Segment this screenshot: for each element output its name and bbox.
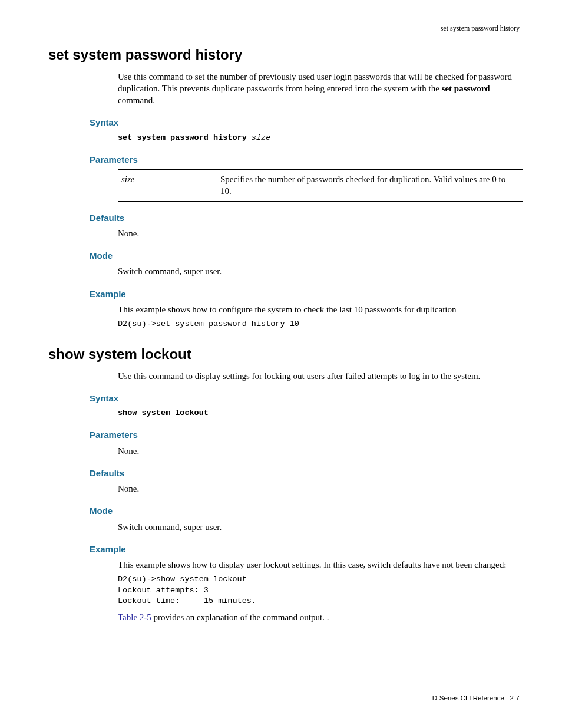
output-text-rest: provides an explanation of the command o… (151, 612, 329, 622)
heading-syntax-1: Syntax (90, 117, 520, 129)
top-rule (48, 37, 520, 37)
intro-paragraph-1: Use this command to set the number of pr… (118, 71, 520, 107)
heading-example-1: Example (90, 288, 520, 300)
footer-book: D-Series CLI Reference (432, 694, 504, 701)
param-desc: Specifies the number of passwords checke… (220, 170, 523, 202)
syntax-cmd: set system password history (118, 133, 252, 142)
defaults-value-2: None. (118, 483, 520, 495)
intro-bold-cmd: set password (442, 84, 490, 93)
mode-value-1: Switch command, super user. (118, 265, 520, 277)
syntax-block-1: set system password history size (118, 133, 520, 143)
section-title-show-lockout: show system lockout (48, 345, 520, 364)
heading-defaults-1: Defaults (90, 212, 520, 224)
parameters-table: size Specifies the number of passwords c… (118, 169, 523, 202)
defaults-value-1: None. (118, 228, 520, 239)
heading-example-2: Example (90, 543, 520, 555)
param-name: size (118, 170, 220, 202)
example-text-2: This example shows how to display user l… (118, 559, 520, 571)
syntax-block-2: show system lockout (118, 408, 520, 419)
heading-defaults-2: Defaults (90, 467, 520, 479)
heading-parameters-2: Parameters (90, 429, 520, 441)
mode-value-2: Switch command, super user. (118, 521, 520, 533)
intro-paragraph-2: Use this command to display settings for… (118, 370, 520, 382)
example-code-1: D2(su)->set system password history 10 (118, 319, 520, 330)
example-text-1: This example shows how to configure the … (118, 304, 520, 315)
heading-mode-2: Mode (90, 505, 520, 517)
section-title-set-password-history: set system password history (48, 45, 520, 64)
parameters-value-2: None. (118, 445, 520, 457)
heading-mode-1: Mode (90, 250, 520, 262)
footer-page: 2-7 (510, 694, 520, 701)
table-xref-link[interactable]: Table 2-5 (118, 612, 151, 622)
page-footer: D-Series CLI Reference 2-7 (432, 694, 520, 703)
example-code-2: D2(su)->show system lockout Lockout atte… (118, 574, 520, 607)
heading-parameters-1: Parameters (90, 154, 520, 166)
heading-syntax-2: Syntax (90, 393, 520, 404)
table-row: size Specifies the number of passwords c… (118, 170, 523, 202)
intro-text-2: Use this command to display settings for… (118, 370, 520, 382)
running-header: set system password history (48, 24, 520, 33)
intro-text-b: command. (118, 95, 155, 105)
syntax-arg: size (252, 133, 270, 142)
